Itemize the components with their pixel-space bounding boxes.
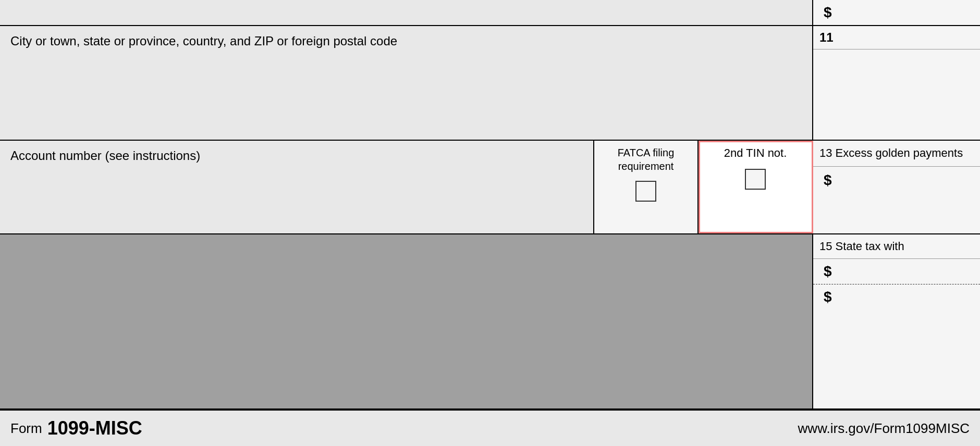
footer-form-prefix: Form — [10, 420, 42, 437]
top-dollar-row: $ — [0, 0, 980, 26]
state-tax-text: State tax with — [836, 240, 904, 253]
footer-url: www.irs.gov/Form1099MISC — [798, 420, 970, 437]
top-left-spacer — [0, 0, 813, 25]
fatca-label: FATCA filing requirement — [598, 146, 693, 173]
state-tax-label: 15 State tax with — [813, 234, 980, 259]
city-right-box: 11 — [813, 26, 980, 140]
footer-row: Form 1099-MISC www.irs.gov/Form1099MISC — [0, 410, 980, 446]
city-box-number: 11 — [813, 26, 980, 49]
state-dollar-2: $ — [813, 284, 980, 309]
tin-label: 2nd TIN not. — [724, 146, 787, 161]
fatca-checkbox[interactable] — [635, 181, 656, 202]
tin-cell: 2nd TIN not. — [699, 141, 813, 233]
bottom-row: 15 State tax with $ $ — [0, 234, 980, 410]
state-tax-number: 15 — [819, 240, 832, 253]
top-dollar-sign: $ — [813, 0, 980, 25]
form-container: $ City or town, state or province, count… — [0, 0, 980, 446]
excess-label: 13 Excess golden payments — [813, 141, 980, 167]
city-label: City or town, state or province, country… — [0, 26, 813, 140]
fatca-cell: FATCA filing requirement — [594, 141, 699, 233]
excess-dollar: $ — [813, 167, 980, 194]
state-dollar-1: $ — [813, 259, 980, 284]
state-tax-area: 15 State tax with $ $ — [813, 234, 980, 408]
city-box-content — [813, 49, 980, 140]
tin-checkbox[interactable] — [745, 169, 766, 190]
account-row: Account number (see instructions) FATCA … — [0, 141, 980, 234]
excess-cell: 13 Excess golden payments $ — [813, 141, 980, 233]
city-row: City or town, state or province, country… — [0, 26, 980, 141]
footer-form-name: 1099-MISC — [47, 417, 142, 439]
bottom-gray-area — [0, 234, 813, 408]
top-dollar-symbol: $ — [824, 4, 832, 21]
account-label: Account number (see instructions) — [0, 141, 594, 233]
